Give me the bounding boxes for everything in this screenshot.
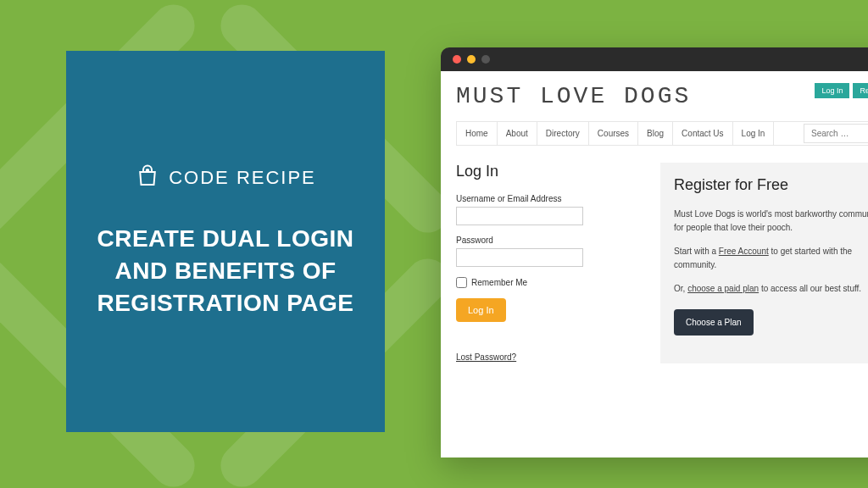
nav-item-about[interactable]: About xyxy=(498,122,537,145)
register-heading: Register for Free xyxy=(674,176,868,194)
choose-plan-button[interactable]: Choose a Plan xyxy=(674,309,754,336)
register-p1: Must Love Dogs is world's most barkworth… xyxy=(674,208,868,235)
username-label: Username or Email Address xyxy=(456,194,637,203)
paid-plan-link[interactable]: choose a paid plan xyxy=(687,284,759,293)
remember-checkbox[interactable] xyxy=(456,277,467,288)
minimize-icon[interactable] xyxy=(467,55,476,64)
nav-item-blog[interactable]: Blog xyxy=(638,122,673,145)
close-icon[interactable] xyxy=(453,55,461,64)
top-login-button[interactable]: Log In xyxy=(815,83,849,98)
site-title: MUST LOVE DOGS xyxy=(456,83,691,109)
headline: CREATE DUAL LOGIN AND BENEFITS OF REGIST… xyxy=(97,223,353,319)
register-p3: Or, choose a paid plan to access all our… xyxy=(674,282,868,296)
search-input[interactable] xyxy=(804,124,868,143)
password-input[interactable] xyxy=(456,248,583,267)
login-heading: Log In xyxy=(456,163,637,180)
register-p3-a: Or, xyxy=(674,284,687,293)
register-column: Register for Free Must Love Dogs is worl… xyxy=(660,163,868,363)
window-titlebar xyxy=(441,47,868,71)
content: Log In Username or Email Address Passwor… xyxy=(456,163,868,363)
register-p3-b: to access all our best stuff. xyxy=(759,284,861,293)
brand: CODE RECIPE xyxy=(135,164,316,192)
remember-row: Remember Me xyxy=(456,277,637,288)
brand-label: CODE RECIPE xyxy=(169,167,316,189)
nav-item-courses[interactable]: Courses xyxy=(589,122,638,145)
top-register-button[interactable]: Register xyxy=(853,83,868,98)
lost-password-link[interactable]: Lost Password? xyxy=(456,352,516,362)
headline-line: AND BENEFITS OF xyxy=(97,255,353,287)
browser-window: MUST LOVE DOGS Log In Register Home Abou… xyxy=(441,47,868,458)
free-account-link[interactable]: Free Account xyxy=(719,247,769,256)
register-p2-a: Start with a xyxy=(674,247,719,256)
headline-line: REGISTRATION PAGE xyxy=(97,287,353,319)
nav-item-login[interactable]: Log In xyxy=(733,122,775,145)
username-input[interactable] xyxy=(456,207,583,225)
promo-panel: CODE RECIPE CREATE DUAL LOGIN AND BENEFI… xyxy=(66,51,385,432)
login-button[interactable]: Log In xyxy=(456,298,506,322)
nav-item-contact[interactable]: Contact Us xyxy=(673,122,732,145)
topbar: MUST LOVE DOGS Log In Register xyxy=(456,83,868,109)
top-buttons: Log In Register xyxy=(815,83,868,98)
maximize-icon[interactable] xyxy=(481,55,490,64)
svg-point-0 xyxy=(147,169,149,172)
login-column: Log In Username or Email Address Passwor… xyxy=(456,163,637,363)
nav-items: Home About Directory Courses Blog Contac… xyxy=(456,122,774,145)
password-label: Password xyxy=(456,236,637,245)
bag-icon xyxy=(135,164,160,192)
remember-label: Remember Me xyxy=(471,278,527,287)
register-p2: Start with a Free Account to get started… xyxy=(674,245,868,272)
nav-item-home[interactable]: Home xyxy=(456,122,498,145)
nav-item-directory[interactable]: Directory xyxy=(537,122,589,145)
page-viewport: MUST LOVE DOGS Log In Register Home Abou… xyxy=(441,71,868,458)
main-nav: Home About Directory Courses Blog Contac… xyxy=(456,121,868,146)
headline-line: CREATE DUAL LOGIN xyxy=(97,223,353,255)
